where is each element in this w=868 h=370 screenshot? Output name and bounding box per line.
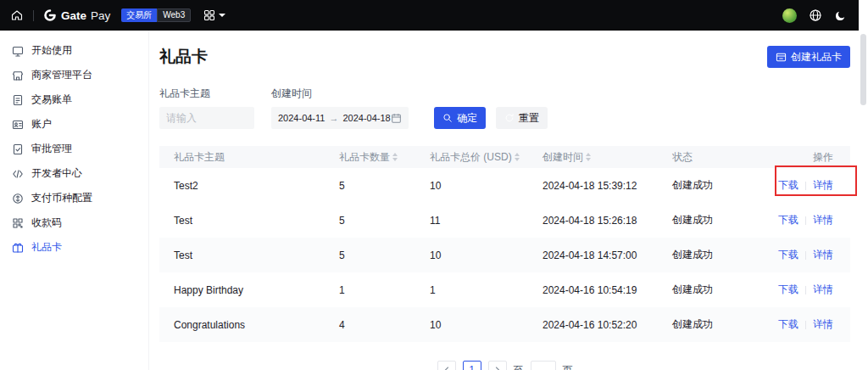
cell-quantity: 5	[325, 203, 415, 238]
filter-bar: 礼品卡主题 创建时间 2024-04-11 → 2024-04-18 确定 重置	[159, 87, 850, 129]
sort-icon[interactable]	[392, 153, 398, 161]
sidebar-item-qr-code[interactable]: 收款码	[0, 210, 148, 235]
page-number-button[interactable]: 1	[463, 361, 481, 370]
download-link[interactable]: 下载	[778, 318, 798, 330]
sort-icon[interactable]	[586, 153, 591, 161]
cell-created-time: 2024-04-18 14:57:00	[528, 238, 658, 272]
cell-status: 创建成功	[658, 307, 755, 342]
details-link[interactable]: 详情	[813, 249, 833, 261]
page-scrollbar[interactable]	[859, 0, 868, 370]
action-divider	[805, 286, 806, 294]
action-divider	[805, 251, 806, 260]
details-link[interactable]: 详情	[813, 179, 833, 191]
app-window: Gate Pay 交易所 Web3 开始使用 商家管理平台 交易账单	[0, 0, 868, 370]
cell-created-time: 2024-04-16 10:52:20	[528, 307, 658, 342]
reset-button[interactable]: 重置	[496, 107, 548, 129]
reset-button-label: 重置	[519, 111, 539, 126]
cell-total-price: 11	[415, 203, 528, 238]
download-link[interactable]: 下载	[778, 283, 798, 295]
cell-actions: 下载详情	[755, 272, 850, 307]
cell-actions: 下载详情	[755, 307, 850, 342]
details-link[interactable]: 详情	[813, 214, 833, 226]
details-link[interactable]: 详情	[813, 283, 833, 295]
action-divider	[805, 182, 806, 190]
download-link[interactable]: 下载	[778, 214, 798, 226]
theme-filter-input[interactable]	[159, 107, 254, 129]
cell-quantity: 5	[325, 168, 415, 203]
sidebar-item-label: 收款码	[31, 216, 62, 230]
create-gift-card-button[interactable]: 创建礼品卡	[767, 46, 850, 68]
cell-created-time: 2024-04-16 10:54:19	[528, 272, 658, 307]
column-quantity: 礼品卡数量	[325, 146, 415, 168]
sidebar-item-transaction-bills[interactable]: 交易账单	[0, 87, 148, 112]
download-link[interactable]: 下载	[778, 179, 798, 191]
column-label: 状态	[672, 150, 693, 165]
sort-icon[interactable]	[515, 153, 520, 161]
pagination: 1 至 页	[159, 361, 850, 370]
column-created-time: 创建时间	[528, 146, 658, 168]
sidebar-item-merchant-platform[interactable]: 商家管理平台	[0, 63, 148, 87]
language-globe-icon[interactable]	[809, 8, 822, 22]
next-page-button[interactable]	[488, 361, 507, 370]
time-filter-label: 创建时间	[271, 87, 409, 101]
table-body: Test2 5 10 2024-04-18 15:39:12 创建成功 下载详情…	[159, 168, 850, 342]
currency-config-icon	[12, 193, 24, 205]
download-link[interactable]: 下载	[778, 249, 798, 261]
exchange-badge[interactable]: 交易所	[121, 8, 157, 22]
web3-badge[interactable]: Web3	[157, 8, 191, 22]
sidebar-item-label: 交易账单	[31, 92, 72, 107]
main-content: 礼品卡 创建礼品卡 礼品卡主题 创建时间 2024-04-11 → 2024-0…	[150, 31, 859, 370]
merchant-platform-icon	[12, 70, 24, 81]
sidebar-item-currency-config[interactable]: 支付币种配置	[0, 186, 148, 210]
jump-page-input[interactable]	[531, 361, 556, 370]
apps-menu-button[interactable]	[203, 9, 225, 21]
details-link[interactable]: 详情	[813, 318, 833, 330]
table-row: Test2 5 10 2024-04-18 15:39:12 创建成功 下载详情	[159, 168, 850, 203]
prev-page-button[interactable]	[437, 361, 456, 370]
date-range-picker[interactable]: 2024-04-11 → 2024-04-18	[271, 107, 409, 129]
cell-total-price: 10	[415, 307, 528, 342]
column-theme: 礼品卡主题	[159, 146, 325, 168]
search-icon	[442, 113, 453, 123]
jump-to-label: 至	[514, 363, 524, 370]
sidebar-item-label: 审批管理	[31, 142, 72, 156]
scrollbar-thumb[interactable]	[860, 34, 866, 105]
account-icon	[12, 119, 24, 131]
sidebar-item-gift-card[interactable]: 礼品卡	[0, 235, 148, 260]
home-icon[interactable]	[10, 8, 24, 22]
cell-status: 创建成功	[658, 203, 755, 238]
column-status: 状态	[658, 146, 755, 168]
cell-status: 创建成功	[658, 168, 755, 203]
theme-filter-label: 礼品卡主题	[159, 87, 254, 101]
cell-quantity: 1	[325, 272, 415, 307]
table-header: 礼品卡主题 礼品卡数量 礼品卡总价 (USD) 创建时间 状态 操作	[159, 146, 850, 168]
cell-status: 创建成功	[658, 272, 755, 307]
sidebar-item-approval-management[interactable]: 审批管理	[0, 137, 148, 161]
cell-theme: Test2	[159, 168, 325, 203]
calendar-icon	[391, 113, 402, 124]
sidebar-item-developer-center[interactable]: 开发者中心	[0, 161, 148, 186]
qr-code-icon	[12, 217, 24, 229]
sidebar-item-label: 账户	[31, 117, 52, 132]
sidebar-item-label: 开始使用	[31, 43, 72, 58]
cell-actions: 下载详情	[755, 168, 850, 203]
confirm-button[interactable]: 确定	[434, 107, 486, 129]
gate-logo-icon	[43, 8, 57, 22]
column-total-price: 礼品卡总价 (USD)	[415, 146, 528, 168]
date-start-value: 2024-04-11	[278, 113, 325, 123]
approval-management-icon	[12, 143, 24, 155]
column-label: 礼品卡数量	[339, 150, 390, 165]
getting-started-icon	[12, 45, 24, 57]
sidebar-item-account[interactable]: 账户	[0, 112, 148, 137]
column-actions: 操作	[755, 146, 850, 168]
sidebar-item-getting-started[interactable]: 开始使用	[0, 38, 148, 63]
brand-gate-text: Gate	[61, 9, 86, 22]
dark-mode-moon-icon[interactable]	[834, 9, 847, 22]
avatar-coin-icon[interactable]	[782, 8, 797, 23]
cell-theme: Happy Birthday	[159, 272, 325, 307]
action-divider	[805, 216, 806, 225]
brand-logo[interactable]: Gate Pay	[43, 8, 110, 22]
cell-total-price: 10	[415, 168, 528, 203]
page-header: 礼品卡 创建礼品卡	[159, 42, 850, 71]
topbar-actions	[782, 8, 847, 23]
